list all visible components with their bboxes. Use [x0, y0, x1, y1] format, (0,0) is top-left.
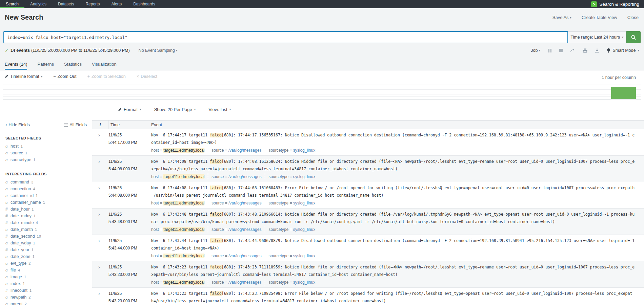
nav-item[interactable]: Dashboards [127, 0, 161, 8]
event-field-host[interactable]: host = target11.edrmetry.local [151, 147, 208, 154]
results-tab[interactable]: Statistics [64, 59, 82, 70]
zoom-out-button[interactable]: − Zoom Out [53, 74, 76, 79]
nav-item[interactable]: Search [0, 0, 24, 8]
sidebar-field[interactable]: acontainer_name1 [0, 199, 92, 206]
event-expand-chevron-icon[interactable]: › [92, 211, 108, 233]
sidebar-field[interactable]: adate_wday1 [0, 240, 92, 246]
format-menu[interactable]: Format ▾ [118, 104, 141, 114]
event-timestamp[interactable]: 11/6/255:43:48.000 PM [108, 211, 150, 233]
sidebar-field[interactable]: asource1 [0, 150, 92, 156]
event-field-host[interactable]: host = target11.edrmetry.local [151, 279, 208, 286]
print-button[interactable] [583, 48, 587, 53]
sidebar-field[interactable]: #date_mday1 [0, 213, 92, 219]
nav-item[interactable]: Alerts [105, 0, 127, 8]
event-timestamp[interactable]: 11/6/255:44:17.000 PM [108, 131, 150, 154]
sidebar-field[interactable]: ahost1 [0, 143, 92, 150]
event-field-source[interactable]: source = /var/log/messages [208, 200, 265, 206]
sidebar-field[interactable]: aimage1 [0, 274, 92, 280]
sidebar-field[interactable]: #date_second10 [0, 233, 92, 240]
pause-button[interactable] [548, 49, 552, 52]
all-fields-button[interactable]: All Fields [64, 123, 87, 127]
sidebar-field[interactable]: #date_hour1 [0, 206, 92, 213]
event-field-sourcetype[interactable]: sourcetype = syslog_linux [265, 173, 319, 180]
event-sampling-menu[interactable]: No Event Sampling ▾ [139, 48, 178, 53]
sidebar-field[interactable]: aparent2 [0, 301, 92, 305]
event-field-source[interactable]: source = /var/log/messages [208, 226, 265, 233]
export-button[interactable] [595, 48, 599, 53]
event-timestamp[interactable]: 11/6/255:43:23.000 PM [108, 263, 150, 286]
app-brand[interactable]: > Search & Reporting [591, 0, 644, 8]
event-expand-chevron-icon[interactable]: › [92, 237, 108, 259]
event-field-sourcetype[interactable]: sourcetype = syslog_linux [265, 253, 319, 259]
event-expand-chevron-icon[interactable]: › [92, 131, 108, 154]
nav-item[interactable]: Reports [80, 0, 105, 8]
event-timestamp[interactable]: 11/6/255:43:44.000 PM [108, 237, 150, 259]
app-nav-items: SearchAnalyticsDatasetsReportsAlertsDash… [0, 0, 161, 8]
time-range-picker[interactable]: Time range: Last 24 hours ▾ [568, 31, 626, 43]
field-type-icon: a [5, 179, 9, 186]
search-term-highlight: falco [210, 265, 222, 269]
job-menu[interactable]: Job ▾ [531, 48, 540, 53]
event-field-source[interactable]: source = /var/log/messages [208, 279, 265, 286]
hide-fields-button[interactable]: ‹ Hide Fields [5, 123, 30, 127]
events-list: i Time Event › 11/6/255:44:17.000 PM Nov… [92, 120, 644, 305]
event-expand-chevron-icon[interactable]: › [92, 263, 108, 286]
event-fields: host = target11.edrmetry.local source = … [150, 147, 644, 154]
field-type-icon: # [5, 246, 9, 253]
sidebar-field[interactable]: anewpath2 [0, 294, 92, 301]
event-expand-chevron-icon[interactable]: › [92, 158, 108, 180]
field-type-icon: # [5, 219, 9, 226]
event-field-sourcetype[interactable]: sourcetype = syslog_linux [265, 147, 319, 154]
event-field-host[interactable]: host = target11.edrmetry.local [151, 253, 208, 259]
timeline-format-menu[interactable]: Timeline format ▾ [5, 74, 42, 79]
event-raw-text: Nov 6 17:43:44 target11 falco[680]: 17:4… [150, 237, 644, 252]
event-timestamp[interactable]: 11/6/255:44:08.000 PM [108, 158, 150, 180]
create-table-view-button[interactable]: Create Table View [582, 15, 617, 20]
nav-item[interactable]: Datasets [52, 0, 80, 8]
sidebar-field[interactable]: #date_minute4 [0, 219, 92, 226]
field-type-icon: a [5, 192, 9, 199]
event-raw-text: Nov 6 17:43:23 target11 falco[680]: 17:4… [150, 263, 644, 278]
event-time-range: (11/5/25 5:00:00.000 PM to 11/6/25 5:45:… [31, 48, 130, 53]
sidebar-field[interactable]: aindex1 [0, 280, 92, 287]
event-field-source[interactable]: source = /var/log/messages [208, 173, 265, 180]
sidebar-field[interactable]: acontainer_id1 [0, 192, 92, 199]
event-field-source[interactable]: source = /var/log/messages [208, 253, 265, 259]
search-button[interactable] [626, 31, 641, 43]
event-timestamp[interactable]: 11/6/255:43:23.000 PM [108, 290, 150, 305]
sidebar-field[interactable]: #date_year1 [0, 246, 92, 253]
deselect-button: × Deselect [137, 74, 157, 79]
close-button[interactable]: Close [627, 15, 639, 20]
sidebar-field[interactable]: acommand3 [0, 179, 92, 186]
stop-button[interactable] [559, 49, 563, 52]
event-field-sourcetype[interactable]: sourcetype = syslog_linux [265, 279, 319, 286]
results-tab[interactable]: Events (14) [5, 59, 27, 70]
search-mode-menu[interactable]: Smart Mode ▾ [607, 48, 639, 53]
search-input[interactable] [3, 31, 568, 43]
sidebar-field[interactable]: adate_zone1 [0, 253, 92, 260]
field-type-icon: a [5, 186, 9, 192]
event-field-host[interactable]: host = target11.edrmetry.local [151, 173, 208, 180]
sidebar-field[interactable]: aconnection4 [0, 186, 92, 192]
results-tab[interactable]: Patterns [37, 59, 54, 70]
results-tab[interactable]: Visualization [92, 59, 117, 70]
save-as-button[interactable]: Save As ▾ [552, 15, 571, 20]
sidebar-field[interactable]: adate_month1 [0, 226, 92, 233]
sidebar-field[interactable]: afile4 [0, 267, 92, 274]
event-expand-chevron-icon[interactable]: › [92, 184, 108, 206]
share-button[interactable] [570, 48, 575, 53]
sidebar-field[interactable]: #linecount1 [0, 287, 92, 294]
event-field-sourcetype[interactable]: sourcetype = syslog_linux [265, 200, 319, 206]
sidebar-field[interactable]: asourcetype1 [0, 156, 92, 163]
event-field-sourcetype[interactable]: sourcetype = syslog_linux [265, 226, 319, 233]
timeline-bar[interactable] [611, 87, 636, 99]
event-field-host[interactable]: host = target11.edrmetry.local [151, 200, 208, 206]
per-page-menu[interactable]: Show: 20 Per Page ▾ [154, 104, 196, 114]
event-timestamp[interactable]: 11/6/255:44:08.000 PM [108, 184, 150, 206]
event-expand-chevron-icon[interactable]: › [92, 290, 108, 305]
nav-item[interactable]: Analytics [24, 0, 52, 8]
sidebar-field[interactable]: aevt_type2 [0, 260, 92, 267]
event-field-host[interactable]: host = target11.edrmetry.local [151, 226, 208, 233]
event-field-source[interactable]: source = /var/log/messages [208, 147, 265, 154]
view-menu[interactable]: View: List ▾ [208, 104, 231, 114]
